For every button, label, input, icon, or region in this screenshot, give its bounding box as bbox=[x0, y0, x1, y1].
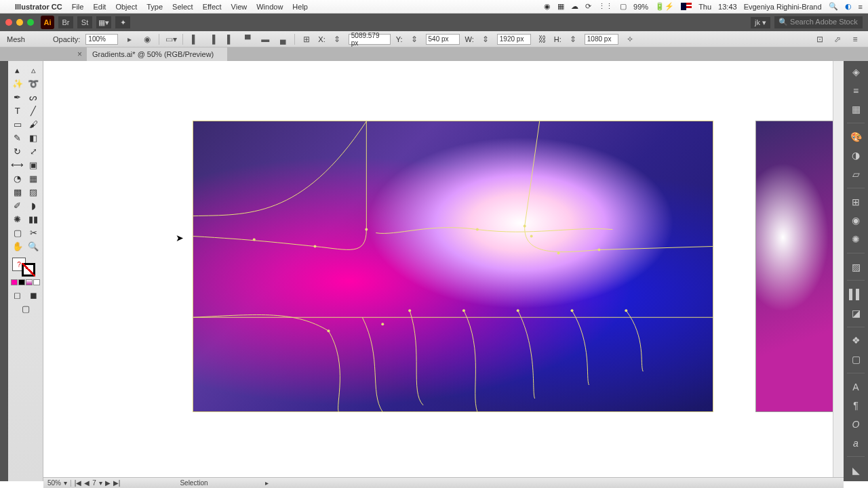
opacity-input[interactable]: 100% bbox=[85, 34, 118, 45]
pathfinder-panel-icon[interactable]: ◪ bbox=[848, 306, 863, 320]
artboard-prev-icon[interactable]: ◀ bbox=[84, 479, 90, 487]
slice-tool[interactable]: ✂ bbox=[27, 226, 41, 239]
menu-effect[interactable]: Effect bbox=[203, 3, 222, 11]
zoom-level[interactable]: 50% bbox=[47, 479, 61, 487]
search-stock-input[interactable]: 🔍 Search Adobe Stock bbox=[774, 16, 863, 28]
brushes-panel-icon[interactable]: ◣ bbox=[848, 464, 863, 477]
free-transform-tool[interactable]: ▣ bbox=[27, 159, 41, 171]
transform-panel-icon[interactable]: ✧ bbox=[624, 33, 636, 45]
x-input[interactable]: 5089.579 px bbox=[349, 34, 391, 45]
menu-select[interactable]: Select bbox=[172, 3, 193, 11]
magic-wand-tool[interactable]: ✨ bbox=[11, 77, 24, 89]
shaper-tool[interactable]: ✎ bbox=[11, 131, 24, 144]
layers-panel-icon[interactable]: ❖ bbox=[848, 334, 863, 348]
graph-tool[interactable]: ▮▮ bbox=[27, 213, 41, 225]
libraries-panel-icon[interactable]: ◈ bbox=[848, 65, 863, 79]
graphic-styles-panel-icon[interactable]: ✺ bbox=[848, 232, 863, 246]
align-left-icon[interactable]: ▌ bbox=[189, 33, 201, 45]
align-hcenter-icon[interactable]: ▐ bbox=[206, 33, 218, 45]
align-right-icon[interactable]: ▌ bbox=[224, 33, 236, 45]
eraser-tool[interactable]: ◧ bbox=[27, 131, 41, 144]
artboard-tool[interactable]: ▢ bbox=[11, 226, 24, 239]
window-minimize[interactable] bbox=[16, 19, 23, 26]
notifications-icon[interactable]: ≡ bbox=[859, 3, 863, 11]
arrange-docs-button[interactable]: ▦▾ bbox=[96, 16, 111, 28]
color-guide-panel-icon[interactable]: ◑ bbox=[848, 149, 863, 163]
artboards-panel-icon[interactable]: ▢ bbox=[848, 352, 863, 366]
isolate-icon[interactable]: ⊡ bbox=[814, 33, 826, 45]
constrain-proportions-icon[interactable]: ⛓ bbox=[536, 33, 549, 45]
y-input[interactable]: 540 px bbox=[426, 34, 460, 45]
perspective-tool[interactable]: ▦ bbox=[27, 172, 41, 184]
app-menu[interactable]: Illustrator CC bbox=[15, 3, 62, 11]
direct-selection-tool[interactable]: ▵ bbox=[27, 64, 41, 76]
recolor-icon[interactable]: ◉ bbox=[141, 33, 153, 45]
glyphs-panel-icon[interactable]: a bbox=[848, 436, 863, 450]
status-dropdown-icon[interactable]: ▸ bbox=[265, 479, 269, 487]
gpu-button[interactable]: ✦ bbox=[115, 16, 130, 28]
menu-edit[interactable]: Edit bbox=[93, 3, 106, 11]
artboard-first-icon[interactable]: |◀ bbox=[75, 479, 82, 487]
user-name[interactable]: Evgeniya Righini-Brand bbox=[744, 3, 822, 11]
align-top-icon[interactable]: ▀ bbox=[241, 33, 254, 45]
gradient-tool[interactable]: ▨ bbox=[27, 186, 41, 198]
swatch[interactable] bbox=[18, 279, 25, 285]
artboard-dropdown-icon[interactable]: ▾ bbox=[99, 479, 102, 487]
menu-object[interactable]: Object bbox=[115, 3, 137, 11]
hand-tool[interactable]: ✋ bbox=[11, 240, 24, 252]
symbol-sprayer-tool[interactable]: ✺ bbox=[11, 213, 24, 225]
type-tool[interactable]: T bbox=[11, 104, 24, 117]
zoom-dropdown-icon[interactable]: ▾ bbox=[64, 479, 67, 487]
menu-help[interactable]: Help bbox=[292, 3, 308, 11]
cloud-icon[interactable]: ☁ bbox=[571, 2, 578, 11]
align-bottom-icon[interactable]: ▄ bbox=[277, 33, 289, 45]
canvas[interactable]: ➤ bbox=[43, 61, 833, 481]
line-tool[interactable]: ╱ bbox=[27, 104, 41, 117]
paintbrush-tool[interactable]: 🖌 bbox=[27, 118, 41, 130]
bridge-button[interactable]: Br bbox=[58, 16, 73, 28]
lasso-tool[interactable]: ➰ bbox=[27, 77, 41, 89]
spotlight-icon[interactable]: 🔍 bbox=[829, 2, 838, 11]
scale-tool[interactable]: ⤢ bbox=[27, 145, 41, 157]
x-stepper[interactable]: ⇕ bbox=[331, 33, 343, 45]
status-icon[interactable]: ▦ bbox=[557, 2, 564, 11]
edit-mode-icon[interactable]: ⬀ bbox=[831, 33, 844, 45]
tab-close-icon[interactable]: × bbox=[77, 49, 82, 59]
blend-tool[interactable]: ◗ bbox=[27, 199, 41, 211]
y-stepper[interactable]: ⇕ bbox=[408, 33, 420, 45]
battery-icon[interactable]: 🔋⚡ bbox=[655, 2, 674, 11]
sync-icon[interactable]: ⟳ bbox=[585, 2, 591, 11]
menu-window[interactable]: Window bbox=[256, 3, 283, 11]
selection-tool[interactable]: ▴ bbox=[11, 64, 24, 76]
stroke-swatch[interactable] bbox=[22, 263, 35, 277]
mesh-tool[interactable]: ▩ bbox=[11, 186, 24, 198]
cc-icon[interactable]: ◐ bbox=[845, 2, 852, 11]
artboard-next-icon[interactable]: ▶ bbox=[105, 479, 111, 487]
w-input[interactable]: 1920 px bbox=[497, 34, 531, 45]
color-panel-icon[interactable]: 🎨 bbox=[848, 130, 863, 144]
panel-menu-icon[interactable]: ≡ bbox=[849, 33, 861, 45]
menu-view[interactable]: View bbox=[231, 3, 248, 11]
window-zoom[interactable] bbox=[27, 19, 34, 26]
character-panel-icon[interactable]: A bbox=[848, 380, 863, 394]
paragraph-panel-icon[interactable]: ¶ bbox=[848, 399, 863, 412]
transparency-panel-icon[interactable]: ▨ bbox=[848, 260, 863, 274]
input-source-flag[interactable] bbox=[681, 3, 692, 10]
artboard-number[interactable]: 7 bbox=[92, 479, 96, 487]
align-panel-icon[interactable]: ▌▌ bbox=[848, 287, 863, 301]
swatch[interactable] bbox=[26, 279, 33, 285]
artboard-secondary[interactable] bbox=[755, 121, 833, 412]
draw-mode-icon[interactable]: ◻ bbox=[11, 289, 24, 301]
appearance-panel-icon[interactable]: ◉ bbox=[848, 214, 863, 227]
workspace-switcher[interactable]: jk ▾ bbox=[751, 17, 770, 28]
curvature-tool[interactable]: ᔕ bbox=[27, 91, 41, 103]
fill-stroke-control[interactable]: ? bbox=[11, 258, 40, 277]
status-icon[interactable]: ◉ bbox=[544, 2, 551, 11]
draw-behind-icon[interactable]: ◼ bbox=[27, 289, 41, 301]
eyedropper-tool[interactable]: ✐ bbox=[11, 199, 24, 211]
artboard-main[interactable] bbox=[193, 121, 713, 412]
swatches-panel-icon[interactable]: ▦ bbox=[848, 102, 863, 116]
stock-button[interactable]: St bbox=[77, 16, 92, 28]
pen-tool[interactable]: ✒ bbox=[11, 91, 24, 103]
airplay-icon[interactable]: ▢ bbox=[620, 2, 627, 11]
